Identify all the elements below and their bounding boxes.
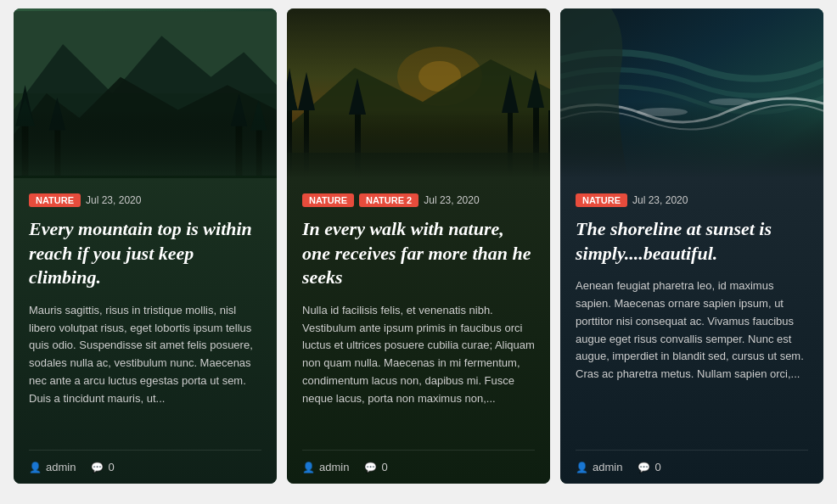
- card-2-comments: 0: [364, 461, 387, 473]
- svg-rect-13: [14, 11, 277, 176]
- card-3-meta: Nature Jul 23, 2020: [576, 193, 808, 207]
- card-3-body: Aenean feugiat pharetra leo, id maximus …: [576, 277, 808, 436]
- card-2-comment-count: 0: [381, 461, 387, 473]
- card-2-content: Nature Nature 2 Jul 23, 2020 In every wa…: [287, 178, 550, 484]
- card-3-comment-count: 0: [654, 461, 660, 473]
- card-3-comments: 0: [638, 461, 660, 473]
- card-3-footer: admin 0: [576, 450, 808, 473]
- card-2-footer: admin 0: [302, 450, 535, 473]
- card-1-title: Every mountain top is within reach if yo…: [29, 217, 261, 290]
- person-icon-2: [302, 461, 315, 473]
- card-1-content: Nature Jul 23, 2020 Every mountain top i…: [14, 178, 277, 484]
- card-2: Nature Nature 2 Jul 23, 2020 In every wa…: [287, 8, 550, 484]
- card-1-image: [14, 8, 277, 178]
- card-3-title: The shoreline at sunset is simply....bea…: [576, 217, 808, 266]
- svg-rect-31: [287, 8, 550, 178]
- card-2-body: Nulla id facilisis felis, et venenatis n…: [302, 302, 535, 436]
- svg-rect-35: [560, 8, 823, 178]
- card-1-body: Mauris sagittis, risus in tristique moll…: [29, 302, 261, 436]
- badge-nature-2b[interactable]: Nature 2: [359, 193, 418, 207]
- card-1-date: Jul 23, 2020: [86, 194, 141, 206]
- card-1-comment-count: 0: [108, 461, 114, 473]
- comment-icon-2: [364, 461, 377, 473]
- card-2-date: Jul 23, 2020: [424, 194, 479, 206]
- card-1-comments: 0: [91, 461, 114, 473]
- card-1-meta: Nature Jul 23, 2020: [29, 193, 261, 207]
- badge-nature-2a[interactable]: Nature: [302, 193, 354, 207]
- card-1: Nature Jul 23, 2020 Every mountain top i…: [14, 8, 277, 484]
- card-1-author: admin: [29, 461, 76, 473]
- person-icon-3: [576, 461, 588, 473]
- cards-container: Nature Jul 23, 2020 Every mountain top i…: [0, 0, 837, 492]
- card-3-content: Nature Jul 23, 2020 The shoreline at sun…: [560, 178, 823, 484]
- badge-nature-1[interactable]: Nature: [29, 193, 81, 207]
- comment-icon-1: [91, 461, 104, 473]
- card-2-author-name: admin: [319, 461, 349, 473]
- card-3-image: [560, 8, 823, 178]
- card-1-footer: admin 0: [29, 450, 261, 473]
- card-3-author: admin: [576, 461, 622, 473]
- card-2-meta: Nature Nature 2 Jul 23, 2020: [302, 193, 535, 207]
- card-2-image: [287, 8, 550, 178]
- card-2-author: admin: [302, 461, 349, 473]
- card-2-title: In every walk with nature, one receives …: [302, 217, 535, 290]
- badge-nature-3[interactable]: Nature: [576, 193, 627, 207]
- person-icon-1: [29, 461, 42, 473]
- card-3-author-name: admin: [593, 461, 622, 473]
- card-1-author-name: admin: [46, 461, 76, 473]
- card-3: Nature Jul 23, 2020 The shoreline at sun…: [560, 8, 823, 484]
- card-3-date: Jul 23, 2020: [632, 194, 688, 206]
- comment-icon-3: [638, 461, 650, 473]
